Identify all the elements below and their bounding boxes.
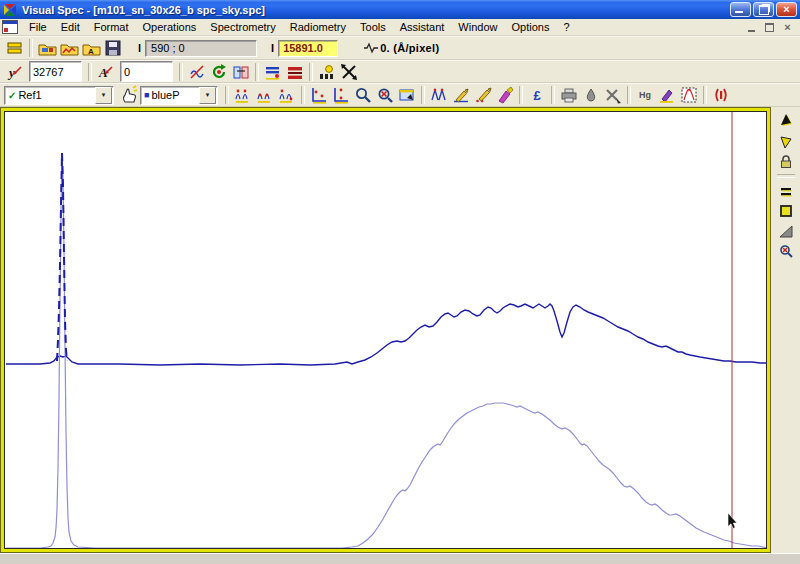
- toolbar-scale: y A: [0, 60, 800, 83]
- intensity-readout: 15891.0: [278, 40, 338, 57]
- reference-selected: Ref1: [18, 89, 94, 101]
- chevron-down-icon: ▼: [205, 92, 211, 98]
- intensity-max-input[interactable]: [29, 61, 82, 82]
- mdi-restore-icon: [765, 23, 774, 32]
- stack-profiles-icon[interactable]: [284, 62, 306, 82]
- menu-operations[interactable]: Operations: [136, 20, 204, 34]
- app-logo-icon: [3, 3, 17, 17]
- separator: [627, 86, 631, 104]
- separator: [421, 86, 425, 104]
- unzoom-icon[interactable]: [374, 85, 396, 105]
- equal-scale-icon[interactable]: [776, 182, 796, 200]
- printer-icon[interactable]: [558, 85, 580, 105]
- erase-brush-icon[interactable]: [494, 85, 516, 105]
- reference-dropdown-button[interactable]: ▼: [95, 87, 112, 104]
- intensity-limit-icon[interactable]: y: [4, 62, 26, 82]
- menu-options[interactable]: Options: [504, 20, 556, 34]
- full-view-icon[interactable]: [396, 85, 418, 105]
- pick-zone-icon[interactable]: [276, 85, 298, 105]
- series-dropdown-button[interactable]: ▼: [199, 87, 216, 104]
- smooth-icon[interactable]: [580, 85, 602, 105]
- scroll-up-icon[interactable]: [776, 112, 796, 130]
- overlay-profiles-icon[interactable]: [262, 62, 284, 82]
- save-icon[interactable]: [102, 38, 124, 58]
- document-window-icon[interactable]: [2, 20, 18, 34]
- lock-icon[interactable]: [776, 152, 796, 170]
- pick-lines-icon[interactable]: [254, 85, 276, 105]
- mdi-restore-button[interactable]: [761, 20, 778, 34]
- new-profile-icon[interactable]: [4, 38, 26, 58]
- grab-hand-icon[interactable]: [118, 85, 140, 105]
- spectrum-window-frame: [0, 107, 771, 553]
- menu-window[interactable]: Window: [451, 20, 504, 34]
- restore-button[interactable]: [753, 2, 774, 17]
- chevron-down-icon: ▼: [101, 92, 107, 98]
- pick-continuum-icon[interactable]: [232, 85, 254, 105]
- close-button[interactable]: ×: [776, 2, 797, 17]
- draw-line-icon[interactable]: [450, 85, 472, 105]
- no-interpolation-icon[interactable]: [186, 62, 208, 82]
- flux-icon[interactable]: £: [526, 85, 548, 105]
- reset-zoom-icon[interactable]: [776, 242, 796, 260]
- reference-combo[interactable]: ✓ Ref1 ▼: [4, 86, 114, 105]
- zoom-icon[interactable]: [352, 85, 374, 105]
- svg-text:A: A: [88, 47, 94, 56]
- series-combo[interactable]: ■ blueP ▼: [140, 86, 218, 105]
- mdi-close-icon: ×: [784, 22, 790, 32]
- mdi-close-button[interactable]: ×: [779, 20, 796, 34]
- separator: [703, 86, 707, 104]
- wavelength-label: l: [138, 42, 141, 54]
- gaussian-fit-icon[interactable]: [678, 85, 700, 105]
- menu-assistant[interactable]: Assistant: [393, 20, 452, 34]
- scroll-down-icon[interactable]: [776, 132, 796, 150]
- separator: [29, 39, 33, 57]
- menu-spectrometry[interactable]: Spectrometry: [203, 20, 282, 34]
- swap-series-icon[interactable]: [230, 62, 252, 82]
- select-zone-icon[interactable]: [776, 202, 796, 220]
- wave-icon: [364, 42, 380, 54]
- open-profile-icon[interactable]: [58, 38, 80, 58]
- separator: [309, 63, 313, 81]
- delete-points-icon[interactable]: [602, 85, 624, 105]
- svg-text:y: y: [7, 65, 15, 80]
- spectrum-plot: [5, 112, 766, 548]
- menu-tools[interactable]: Tools: [353, 20, 393, 34]
- open-search-icon[interactable]: A: [80, 38, 102, 58]
- line-markers-icon[interactable]: [428, 85, 450, 105]
- open-image-icon[interactable]: [36, 38, 58, 58]
- restore-icon: [759, 5, 769, 15]
- mdi-window-controls: ×: [742, 20, 800, 34]
- menu-bar: File Edit Format Operations Spectrometry…: [0, 19, 800, 36]
- minimize-button[interactable]: [730, 2, 751, 17]
- lambda-limit-icon[interactable]: A: [95, 62, 117, 82]
- series-color-swatch: ■: [144, 90, 149, 100]
- menu-radiometry[interactable]: Radiometry: [283, 20, 353, 34]
- sky-spectrum: [6, 155, 766, 548]
- draw-points-icon[interactable]: [472, 85, 494, 105]
- slope-icon[interactable]: [776, 222, 796, 240]
- menu-edit[interactable]: Edit: [54, 20, 87, 34]
- reference-lamp-icon[interactable]: [316, 62, 338, 82]
- check-icon: ✓: [8, 90, 16, 101]
- separator: [519, 86, 523, 104]
- close-icon: ×: [783, 4, 789, 15]
- plot-area[interactable]: [4, 111, 767, 549]
- fit-axes-icon[interactable]: [308, 85, 330, 105]
- menu-format[interactable]: Format: [87, 20, 136, 34]
- toolbar-file: A l 590 ; 0 I 15891.0 0. (Å/pixel): [0, 36, 800, 60]
- coordinate-readout: 590 ; 0: [145, 40, 257, 57]
- scale-arrows-icon[interactable]: [338, 62, 360, 82]
- replot-icon[interactable]: [208, 62, 230, 82]
- crop-zone-icon[interactable]: [710, 85, 732, 105]
- menu-help[interactable]: ?: [556, 20, 576, 34]
- series-selected: blueP: [151, 89, 198, 101]
- lambda-origin-input[interactable]: [120, 61, 173, 82]
- separator: [88, 63, 92, 81]
- bottom-status-strip: [0, 553, 800, 564]
- calibration-pen-icon[interactable]: [656, 85, 678, 105]
- intensity-label: I: [271, 42, 274, 54]
- mdi-minimize-button[interactable]: [743, 20, 760, 34]
- element-lines-icon[interactable]: Hg: [634, 85, 656, 105]
- menu-file[interactable]: File: [22, 20, 54, 34]
- fit-intensity-icon[interactable]: [330, 85, 352, 105]
